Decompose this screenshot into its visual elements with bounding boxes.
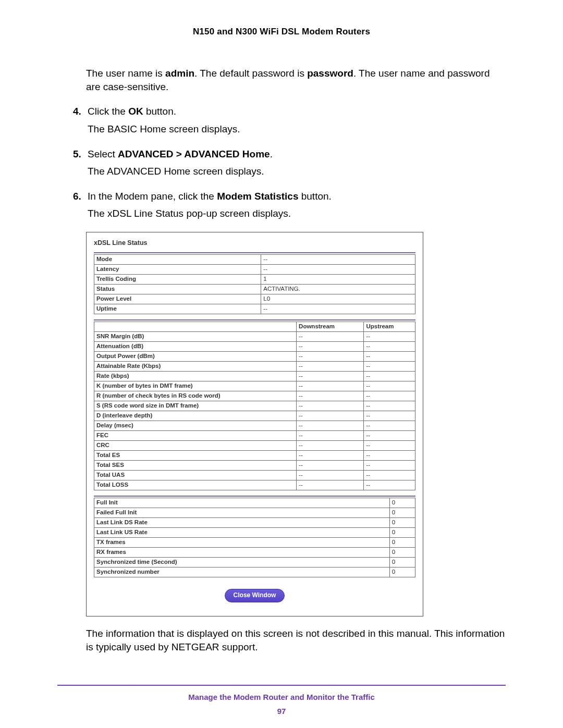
t: Modem Statistics [217,191,298,202]
row-up: -- [364,421,415,430]
row-value: 1 [261,274,415,284]
row-value: 0 [389,508,415,517]
t: OK [128,106,143,117]
row-up: -- [364,331,415,341]
row-label: Mode [94,254,261,264]
row-up: -- [364,381,415,391]
t: Click the [88,106,128,117]
intro-pre: The user name is [86,68,165,79]
row-label: Synchronized time (Second) [94,557,390,567]
row-down: -- [297,480,364,490]
intro-text: The user name is admin. The default pass… [86,67,506,93]
t: button. [298,191,331,202]
row-label: K (number of bytes in DMT frame) [94,381,297,391]
row-value: ACTIVATING. [261,284,415,294]
row-down: -- [297,450,364,460]
row-label: Synchronized number [94,567,390,577]
row-down: -- [297,460,364,470]
row-down: -- [297,361,364,371]
footer-divider [57,685,506,686]
row-value: 0 [389,537,415,547]
row-label: Total UAS [94,470,297,480]
row-up: -- [364,460,415,470]
t: . [270,149,273,159]
t: ADVANCED > ADVANCED Home [118,149,270,159]
divider [94,252,415,253]
row-up: -- [364,450,415,460]
t: In the Modem pane, click the [88,191,217,202]
shot-title: xDSL Line Status [94,240,415,247]
row-label: Trellis Coding [94,274,261,284]
close-window-button[interactable]: Close Window [225,589,285,602]
col-empty [94,322,297,331]
row-label: Uptime [94,304,261,314]
row-label: R (number of check bytes in RS code word… [94,391,297,401]
row-label: Total SES [94,460,297,470]
row-down: -- [297,331,364,341]
step-num: 4. [73,105,81,118]
t: button. [143,106,176,117]
row-value: 0 [389,557,415,567]
row-down: -- [297,341,364,351]
row-label: TX frames [94,537,390,547]
row-down: -- [297,401,364,411]
row-value: 0 [389,547,415,557]
row-label: Failed Full Init [94,508,390,517]
row-up: -- [364,361,415,371]
row-label: Total ES [94,450,297,460]
row-value: 0 [389,517,415,527]
status-table-3: Full Init0Failed Full Init0Last Link DS … [94,498,415,577]
col-downstream: Downstream [297,322,364,331]
t: The BASIC Home screen displays. [88,122,506,136]
intro-mid: . The default password is [194,68,307,79]
row-up: -- [364,430,415,440]
row-down: -- [297,421,364,430]
footer-page-number: 97 [57,706,506,717]
row-down: -- [297,430,364,440]
row-down: -- [297,371,364,381]
row-up: -- [364,470,415,480]
col-upstream: Upstream [364,322,415,331]
row-label: Last Link DS Rate [94,517,390,527]
row-label: FEC [94,430,297,440]
outro-text: The information that is displayed on thi… [86,627,506,653]
row-down: -- [297,381,364,391]
row-down: -- [297,351,364,361]
row-up: -- [364,480,415,490]
row-up: -- [364,351,415,361]
row-up: -- [364,341,415,351]
row-up: -- [364,391,415,401]
row-value: -- [261,264,415,274]
row-label: Latency [94,264,261,274]
row-label: Status [94,284,261,294]
step-num: 6. [73,190,81,203]
row-down: -- [297,440,364,450]
step-6: 6. In the Modem pane, click the Modem St… [73,190,506,220]
intro-admin: admin [165,68,194,79]
row-label: S (RS code word size in DMT frame) [94,401,297,411]
t: The xDSL Line Status pop-up screen displ… [88,207,506,220]
row-up: -- [364,371,415,381]
row-label: Last Link US Rate [94,527,390,537]
row-label: RX frames [94,547,390,557]
doc-header: N150 and N300 WiFi DSL Modem Routers [57,26,506,38]
row-label: Power Level [94,294,261,304]
intro-pw: password [307,68,353,79]
row-label: Attenuation (dB) [94,341,297,351]
row-label: Attainable Rate (Kbps) [94,361,297,371]
step-num: 5. [73,147,81,161]
divider [94,319,415,320]
footer-section-title: Manage the Modem Router and Monitor the … [57,692,506,702]
row-label: CRC [94,440,297,450]
row-up: -- [364,440,415,450]
row-value: 0 [389,527,415,537]
step-5: 5. Select ADVANCED > ADVANCED Home. The … [73,147,506,178]
row-down: -- [297,391,364,401]
row-down: -- [297,470,364,480]
row-label: Total LOSS [94,480,297,490]
t: Select [88,149,118,159]
step-4: 4. Click the OK button. The BASIC Home s… [73,105,506,135]
status-table-2: Downstream Upstream SNR Margin (dB)----A… [94,322,415,490]
t: The ADVANCED Home screen displays. [88,165,506,178]
row-value: -- [261,304,415,314]
